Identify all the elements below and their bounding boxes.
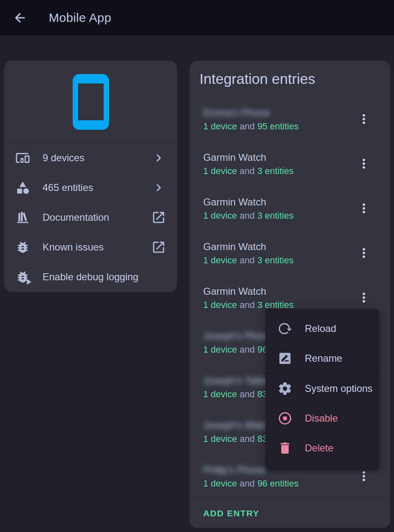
entity-count-link[interactable]: 3 entities [257, 210, 294, 221]
entry-summary: 1 device and 3 entities [203, 210, 294, 221]
stop-circle-icon [278, 411, 292, 426]
dots-vertical-icon [356, 290, 371, 305]
device-count-link[interactable]: 1 device [203, 121, 237, 131]
menu-item-system-options[interactable]: System options [266, 374, 379, 403]
info-row-documentation[interactable]: Documentation [4, 203, 177, 232]
info-row-entities[interactable]: 465 entities [4, 173, 177, 203]
menu-item-delete[interactable]: Delete [266, 433, 379, 463]
info-row-label: Known issues [43, 241, 151, 253]
entity-count-link[interactable]: 96 entities [257, 478, 299, 489]
menu-item-rename[interactable]: Rename [266, 344, 379, 373]
entry-name: Garmin Watch [203, 196, 294, 208]
device-count-link[interactable]: 1 device [203, 478, 237, 489]
open-in-new-icon [151, 240, 166, 255]
card-actions: ADD ENTRY [190, 499, 390, 528]
integration-info-card: 9 devices 465 entities Documentation Kno… [4, 61, 177, 292]
device-count-link[interactable]: 1 device [203, 166, 237, 176]
info-row-label: 9 devices [43, 152, 151, 164]
entity-count-link[interactable]: 3 entities [257, 255, 294, 265]
dots-vertical-icon [356, 246, 371, 260]
arrow-left-icon [12, 10, 27, 25]
device-count-link[interactable]: 1 device [203, 344, 237, 355]
integration-entry-row: Garmin Watch 1 device and 3 entities [190, 231, 390, 275]
page-title: Mobile App [49, 11, 111, 25]
entry-name: Emma's Phone [203, 107, 299, 119]
bug-icon [15, 240, 30, 255]
cellphone-icon [73, 74, 109, 130]
dots-vertical-icon [356, 156, 371, 171]
summary-conjunction: and [237, 300, 257, 310]
reload-icon [278, 321, 292, 336]
info-row-label: 465 entities [43, 182, 151, 193]
menu-item-reload[interactable]: Reload [266, 314, 379, 344]
integration-entry-row: Garmin Watch 1 device and 3 entities [190, 186, 390, 231]
entry-menu-button[interactable] [356, 246, 371, 260]
entry-summary: 1 device and 3 entities [203, 166, 294, 177]
device-count-link[interactable]: 1 device [203, 389, 237, 399]
entry-name: Garmin Watch [203, 285, 294, 298]
menu-item-label: Rename [305, 353, 342, 364]
bookshelf-icon [15, 210, 30, 225]
menu-item-label: Disable [305, 413, 338, 424]
chevron-right-icon [151, 180, 166, 195]
add-entry-button[interactable]: ADD ENTRY [203, 508, 259, 518]
menu-item-label: Delete [305, 442, 333, 454]
info-row-label: Enable debug logging [43, 271, 166, 283]
device-count-link[interactable]: 1 device [203, 210, 237, 221]
entry-menu-button[interactable] [356, 112, 371, 126]
device-count-link[interactable]: 1 device [203, 255, 237, 265]
integration-entry-row: Garmin Watch 1 device and 3 entities [190, 141, 390, 186]
dots-vertical-icon [356, 469, 371, 484]
chevron-right-icon [151, 150, 166, 165]
shape-icon [15, 180, 30, 195]
open-in-new-icon [151, 210, 166, 225]
entry-summary: 1 device and 96 entities [203, 478, 299, 489]
summary-conjunction: and [237, 121, 257, 131]
entries-title: Integration entries [199, 69, 380, 89]
devices-icon [15, 150, 30, 165]
summary-conjunction: and [237, 344, 257, 355]
dots-vertical-icon [356, 112, 371, 126]
summary-conjunction: and [237, 478, 257, 489]
integration-info-rows: 9 devices 465 entities Documentation Kno… [4, 143, 177, 292]
entry-menu-button[interactable] [356, 290, 371, 305]
entity-count-link[interactable]: 3 entities [257, 300, 294, 310]
summary-conjunction: and [237, 166, 257, 176]
menu-item-label: Reload [305, 323, 336, 334]
summary-conjunction: and [237, 210, 257, 221]
app-header: Mobile App [0, 0, 394, 35]
info-row-debug-logging[interactable]: Enable debug logging [4, 262, 177, 292]
entry-context-menu: Reload Rename System options Disable Del… [266, 309, 379, 468]
entry-menu-button[interactable] [356, 201, 371, 216]
rename-icon [278, 351, 292, 366]
entry-summary: 1 device and 95 entities [203, 121, 299, 132]
entity-count-link[interactable]: 3 entities [257, 166, 294, 176]
info-row-devices[interactable]: 9 devices [4, 143, 177, 173]
menu-item-disable[interactable]: Disable [266, 403, 379, 433]
device-count-link[interactable]: 1 device [203, 434, 237, 444]
entry-menu-button[interactable] [356, 469, 371, 484]
entity-count-link[interactable]: 95 entities [257, 121, 299, 131]
entry-name: Garmin Watch [203, 241, 294, 253]
info-row-known-issues[interactable]: Known issues [4, 232, 177, 262]
summary-conjunction: and [237, 255, 257, 265]
device-count-link[interactable]: 1 device [203, 300, 237, 310]
entry-name: Garmin Watch [203, 151, 294, 164]
entry-menu-button[interactable] [356, 156, 371, 171]
integration-brand-header [4, 61, 177, 143]
delete-icon [278, 441, 292, 456]
cog-icon [278, 381, 292, 396]
back-button[interactable] [12, 10, 28, 26]
bug-play-icon [15, 270, 30, 284]
dots-vertical-icon [356, 201, 371, 216]
info-row-label: Documentation [43, 212, 151, 223]
entry-summary: 1 device and 3 entities [203, 255, 294, 266]
summary-conjunction: and [237, 389, 257, 399]
menu-item-label: System options [305, 383, 373, 394]
summary-conjunction: and [237, 434, 257, 444]
integration-entry-row: Emma's Phone 1 device and 95 entities [190, 97, 390, 141]
